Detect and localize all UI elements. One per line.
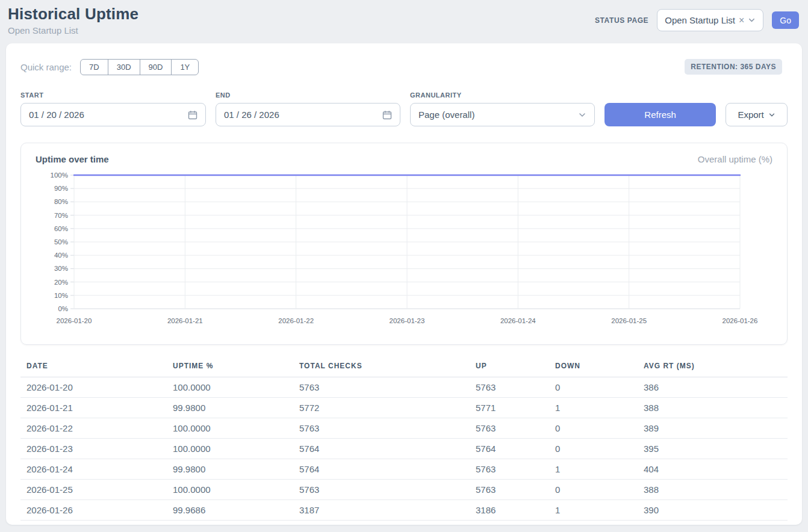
cell-uptime: 100.0000: [167, 439, 293, 459]
granularity-field: GRANULARITY Page (overall): [410, 91, 595, 126]
end-date-input[interactable]: 01 / 26 / 2026: [216, 103, 400, 126]
cell-date: 2026-01-24: [20, 459, 167, 480]
axis-tick-label: 30%: [54, 265, 68, 272]
page-header: Historical Uptime Open Startup List: [8, 5, 138, 36]
cell-date: 2026-01-22: [20, 418, 167, 439]
uptime-table: DATEUPTIME %TOTAL CHECKSUPDOWNAVG RT (MS…: [20, 354, 788, 521]
granularity-selected-value: Page (overall): [418, 110, 474, 120]
axis-tick-label: 40%: [54, 252, 68, 259]
table-row: 2026-01-22100.0000576357630389: [20, 418, 788, 439]
start-date-label: START: [20, 91, 206, 99]
axis-tick-label: 100%: [51, 172, 68, 179]
cell-up: 5763: [470, 418, 549, 439]
cell-date: 2026-01-21: [20, 398, 167, 418]
calendar-icon[interactable]: [188, 110, 197, 120]
cell-down: 0: [549, 377, 638, 398]
export-button[interactable]: Export: [726, 103, 788, 126]
axis-tick-label: 90%: [54, 185, 68, 192]
uptime-chart-card: Uptime over time Overall uptime (%) 0%10…: [20, 143, 788, 345]
cell-uptime: 100.0000: [167, 480, 293, 500]
refresh-button[interactable]: Refresh: [604, 103, 716, 126]
axis-tick-label: 20%: [54, 279, 68, 286]
axis-tick-label: 2026-01-23: [390, 317, 425, 324]
cell-up: 5764: [470, 439, 549, 459]
cell-down: 0: [549, 480, 638, 500]
table-row: 2026-01-2499.9800576457631404: [20, 459, 788, 480]
uptime-table-header: DATEUPTIME %TOTAL CHECKSUPDOWNAVG RT (MS…: [20, 354, 788, 377]
chevron-down-icon: [748, 16, 756, 24]
quick-range-1y[interactable]: 1Y: [171, 59, 199, 75]
start-date-input[interactable]: 01 / 20 / 2026: [20, 103, 206, 126]
clear-selection-icon[interactable]: ×: [739, 15, 744, 26]
chart-header: Uptime over time Overall uptime (%): [34, 154, 774, 164]
cell-down: 0: [549, 439, 638, 459]
cell-avg-rt: 390: [638, 500, 788, 521]
cell-uptime: 100.0000: [167, 377, 293, 398]
end-date-label: END: [216, 91, 400, 99]
quick-range-label: Quick range:: [20, 62, 72, 72]
chart-legend: Overall uptime (%): [698, 154, 772, 164]
axis-tick-label: 2026-01-25: [611, 317, 647, 324]
quick-range-group: 7D 30D 90D 1Y: [80, 59, 199, 75]
chart-title: Uptime over time: [36, 154, 109, 164]
axis-tick-label: 70%: [54, 212, 68, 219]
column-header-total-checks: TOTAL CHECKS: [293, 354, 470, 377]
axis-tick-label: 2026-01-26: [723, 317, 758, 324]
page-title: Historical Uptime: [8, 5, 138, 23]
cell-down: 1: [549, 459, 638, 480]
granularity-select[interactable]: Page (overall): [410, 103, 595, 126]
column-header-down: DOWN: [549, 354, 638, 377]
table-row: 2026-01-2199.9800577257711388: [20, 398, 788, 418]
column-header-date: DATE: [20, 354, 167, 377]
chevron-down-icon: [768, 111, 775, 119]
cell-avg-rt: 388: [638, 480, 788, 500]
axis-tick-label: 60%: [54, 225, 68, 232]
cell-uptime: 100.0000: [167, 418, 293, 439]
chevron-down-icon: [578, 111, 586, 119]
cell-avg-rt: 386: [638, 377, 788, 398]
export-button-label: Export: [738, 110, 763, 120]
column-header-up: UP: [470, 354, 549, 377]
status-page-label: STATUS PAGE: [595, 16, 648, 25]
axis-tick-label: 2026-01-22: [278, 317, 314, 324]
quick-range-90d[interactable]: 90D: [140, 59, 172, 75]
axis-tick-label: 80%: [54, 198, 68, 205]
cell-date: 2026-01-25: [20, 480, 167, 500]
cell-avg-rt: 389: [638, 418, 788, 439]
column-header-avg-rt-ms-: AVG RT (MS): [638, 354, 788, 377]
start-date-field: START 01 / 20 / 2026: [20, 91, 206, 126]
cell-avg-rt: 404: [638, 459, 788, 480]
start-date-value: 01 / 20 / 2026: [29, 110, 84, 120]
table-row: 2026-01-20100.0000576357630386: [20, 377, 788, 398]
cell-total-checks: 5763: [293, 377, 470, 398]
quick-range-7d[interactable]: 7D: [80, 59, 108, 75]
axis-tick-label: 0%: [58, 305, 68, 312]
end-date-field: END 01 / 26 / 2026: [216, 91, 400, 126]
status-page-select[interactable]: Open Startup List ×: [657, 9, 763, 31]
uptime-chart: 0%10%20%30%40%50%60%70%80%90%100%2026-01…: [34, 168, 774, 340]
column-header-uptime-: UPTIME %: [167, 354, 293, 377]
cell-up: 5763: [470, 377, 549, 398]
header-actions: STATUS PAGE Open Startup List × Go: [595, 9, 799, 31]
cell-date: 2026-01-23: [20, 439, 167, 459]
quick-range-row: Quick range: 7D 30D 90D 1Y: [20, 59, 788, 75]
cell-uptime: 99.9800: [167, 398, 293, 418]
quick-range-30d[interactable]: 30D: [108, 59, 140, 75]
cell-uptime: 99.9800: [167, 459, 293, 480]
cell-date: 2026-01-20: [20, 377, 167, 398]
cell-up: 5771: [470, 398, 549, 418]
cell-up: 5763: [470, 480, 549, 500]
cell-avg-rt: 388: [638, 398, 788, 418]
granularity-label: GRANULARITY: [410, 91, 595, 99]
table-row: 2026-01-23100.0000576457640395: [20, 439, 788, 459]
axis-tick-label: 10%: [54, 292, 68, 299]
cell-total-checks: 5772: [293, 398, 470, 418]
table-row: 2026-01-25100.0000576357630388: [20, 480, 788, 500]
go-button[interactable]: Go: [772, 11, 799, 29]
calendar-icon[interactable]: [382, 110, 392, 120]
cell-total-checks: 5763: [293, 418, 470, 439]
cell-down: 1: [549, 398, 638, 418]
cell-down: 0: [549, 418, 638, 439]
table-row: 2026-01-2699.9686318731861390: [20, 500, 788, 521]
cell-up: 3186: [470, 500, 549, 521]
